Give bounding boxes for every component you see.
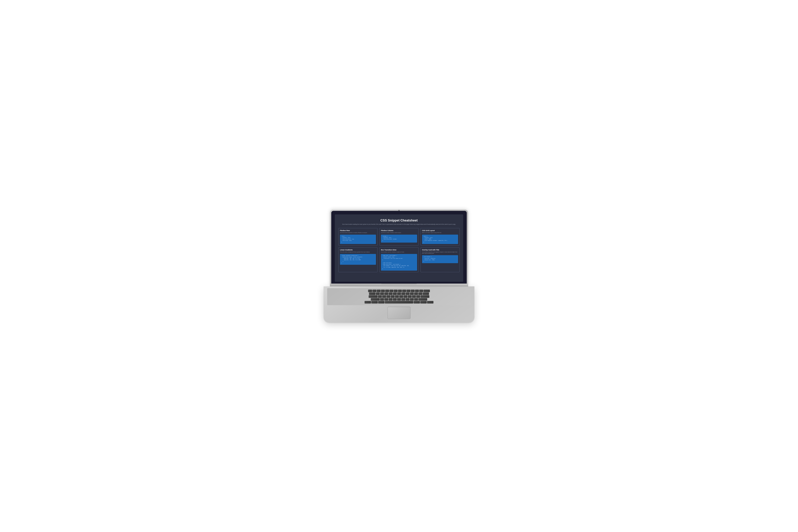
page-title: CSS Snippet Cheatsheet bbox=[338, 218, 460, 222]
snippet-card-flexbox-column[interactable]: Flexbox Column Use this to create a Flex… bbox=[379, 228, 418, 246]
key[interactable] bbox=[381, 290, 385, 292]
key[interactable] bbox=[416, 295, 420, 298]
key[interactable] bbox=[369, 292, 375, 295]
key[interactable] bbox=[384, 298, 388, 301]
key[interactable] bbox=[384, 292, 388, 295]
key[interactable] bbox=[398, 290, 402, 292]
snippet-card-flexbox-row[interactable]: Flexbox Row Use these three properties t… bbox=[338, 228, 378, 246]
snippet-code-css-grid[interactable]: .grid { display: grid; width: 100%; grid… bbox=[422, 234, 458, 244]
spacebar-key[interactable] bbox=[385, 301, 413, 303]
key[interactable] bbox=[369, 295, 378, 298]
snippet-code-flexbox-row[interactable]: .row { display: flex; flex-direction: ro… bbox=[340, 234, 376, 244]
key[interactable] bbox=[405, 298, 410, 301]
key[interactable] bbox=[418, 298, 427, 301]
key[interactable] bbox=[378, 295, 382, 298]
key[interactable] bbox=[378, 301, 384, 303]
page-subtitle: Ever have trouble recalling the exact sy… bbox=[338, 224, 460, 225]
key[interactable] bbox=[412, 295, 416, 298]
key[interactable] bbox=[395, 295, 399, 298]
snippet-card-css-grid[interactable]: CSS Grid Layout Build a 12-column layout… bbox=[420, 228, 460, 246]
key[interactable] bbox=[405, 292, 410, 295]
key[interactable] bbox=[365, 301, 371, 303]
key[interactable] bbox=[393, 292, 397, 295]
key[interactable] bbox=[406, 290, 410, 292]
key[interactable] bbox=[371, 298, 380, 301]
key[interactable] bbox=[390, 290, 393, 292]
snippet-title-box-transition-glow: Box Transition Glow bbox=[381, 249, 417, 251]
snippet-title-overlay-card: Overlay Card with Title bbox=[422, 249, 458, 251]
snippets-grid: Flexbox Row Use these three properties t… bbox=[338, 228, 460, 272]
snippet-title-css-grid: CSS Grid Layout bbox=[422, 230, 458, 231]
keyboard-row-2 bbox=[329, 292, 469, 295]
snippet-code-linear-gradients[interactable]: .linear-gradient-background { background… bbox=[340, 254, 376, 265]
keyboard-row-4 bbox=[329, 298, 469, 301]
key[interactable] bbox=[397, 298, 401, 301]
screen: CSS Snippet Cheatsheet Ever have trouble… bbox=[335, 214, 463, 282]
key[interactable] bbox=[403, 295, 407, 298]
screen-notch bbox=[381, 284, 417, 284]
key[interactable] bbox=[423, 290, 430, 292]
key[interactable] bbox=[388, 298, 393, 301]
key[interactable] bbox=[402, 290, 406, 292]
laptop-base bbox=[324, 286, 474, 323]
key[interactable] bbox=[382, 295, 386, 298]
key[interactable] bbox=[420, 301, 427, 303]
key[interactable] bbox=[380, 292, 384, 295]
key[interactable] bbox=[410, 292, 414, 295]
key[interactable] bbox=[385, 290, 389, 292]
snippet-card-linear-gradients[interactable]: Linear Gradients This will create a back… bbox=[338, 247, 378, 272]
snippet-card-overlay-card[interactable]: Overlay Card with Title Use position pro… bbox=[420, 247, 460, 272]
key[interactable] bbox=[401, 292, 405, 295]
keyboard-row-5 bbox=[329, 301, 469, 303]
key[interactable] bbox=[427, 301, 433, 303]
screen-bezel: CSS Snippet Cheatsheet Ever have trouble… bbox=[331, 211, 467, 284]
snippet-code-overlay-card[interactable]: .card-header { position: relative; margi… bbox=[422, 255, 458, 263]
key[interactable] bbox=[371, 301, 378, 303]
key[interactable] bbox=[414, 292, 418, 295]
trackpad[interactable] bbox=[387, 307, 411, 319]
trackpad-area bbox=[327, 307, 471, 319]
key[interactable] bbox=[411, 290, 415, 292]
key[interactable] bbox=[380, 298, 384, 301]
key[interactable] bbox=[399, 295, 403, 298]
snippet-card-box-transition-glow[interactable]: Box Transition Glow Use transition and b… bbox=[379, 247, 418, 272]
key[interactable] bbox=[414, 298, 418, 301]
key[interactable] bbox=[423, 292, 429, 295]
key[interactable] bbox=[408, 295, 412, 298]
snippet-desc-flexbox-column: Use this to create a Flexbox column layo… bbox=[381, 232, 417, 233]
keyboard-row-1 bbox=[329, 290, 469, 292]
key[interactable] bbox=[397, 292, 401, 295]
key[interactable] bbox=[391, 295, 395, 298]
snippet-code-flexbox-column[interactable]: .column { display: flex; flex-direction:… bbox=[381, 234, 417, 243]
snippet-title-flexbox-column: Flexbox Column bbox=[381, 230, 417, 231]
key[interactable] bbox=[410, 298, 414, 301]
key[interactable] bbox=[415, 290, 419, 292]
key[interactable] bbox=[368, 290, 372, 292]
key[interactable] bbox=[420, 295, 429, 298]
key[interactable] bbox=[393, 298, 397, 301]
snippet-desc-linear-gradients: This will create a background linear gra… bbox=[340, 251, 376, 253]
screen-content: CSS Snippet Cheatsheet Ever have trouble… bbox=[335, 214, 463, 282]
key[interactable] bbox=[394, 290, 398, 292]
snippet-desc-css-grid: Build a 12-column layout using CSS Grid bbox=[422, 232, 458, 233]
key[interactable] bbox=[401, 298, 405, 301]
key[interactable] bbox=[419, 290, 423, 292]
keyboard-area bbox=[327, 288, 471, 305]
key[interactable] bbox=[377, 290, 381, 292]
keyboard-row-3 bbox=[329, 295, 469, 298]
snippet-desc-flexbox-row: Use these three properties to create a F… bbox=[340, 232, 376, 233]
snippet-title-flexbox-row: Flexbox Row bbox=[340, 230, 376, 231]
snippet-desc-overlay-card: Use position properties and negative mar… bbox=[422, 251, 458, 254]
key[interactable] bbox=[388, 292, 393, 295]
snippet-title-linear-gradients: Linear Gradients bbox=[340, 249, 376, 251]
key[interactable] bbox=[418, 292, 422, 295]
key[interactable] bbox=[373, 290, 376, 292]
key[interactable] bbox=[376, 292, 380, 295]
key[interactable] bbox=[414, 301, 420, 303]
laptop-scene: CSS Snippet Cheatsheet Ever have trouble… bbox=[319, 209, 479, 323]
laptop-lid: CSS Snippet Cheatsheet Ever have trouble… bbox=[330, 209, 468, 286]
snippet-code-box-transition-glow[interactable]: .code-card .card-header { border-radius:… bbox=[381, 254, 417, 271]
snippet-desc-box-transition-glow: Use transition and box shadows to glow o… bbox=[381, 251, 417, 253]
key[interactable] bbox=[386, 295, 390, 298]
